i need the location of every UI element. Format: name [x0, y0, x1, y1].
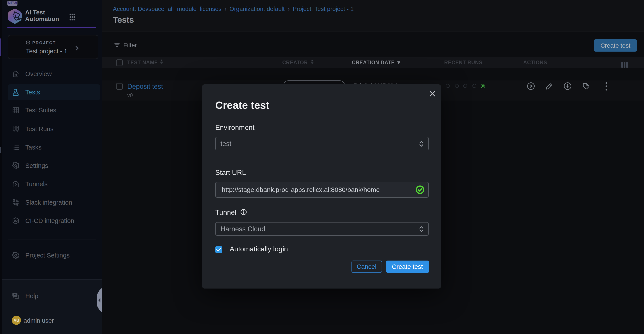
svg-text:?: ?	[14, 293, 16, 297]
